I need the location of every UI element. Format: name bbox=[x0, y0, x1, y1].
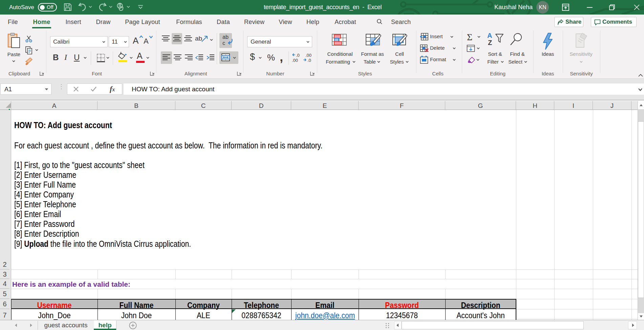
svg-text:Z: Z bbox=[488, 39, 492, 46]
svg-text:.0: .0 bbox=[307, 58, 311, 63]
svg-text:.0: .0 bbox=[296, 53, 300, 58]
svg-text:A: A bbox=[487, 32, 492, 39]
svg-text:.00: .00 bbox=[292, 58, 298, 63]
svg-text:.00: .00 bbox=[305, 53, 312, 58]
